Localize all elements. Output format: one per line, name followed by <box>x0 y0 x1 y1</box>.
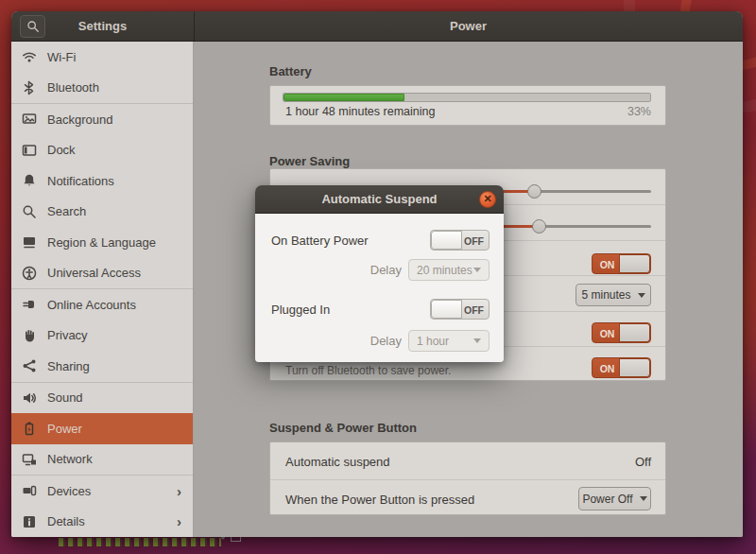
bluetooth-power-toggle[interactable]: ON <box>592 357 651 378</box>
automatic-suspend-value[interactable]: Off <box>635 455 651 469</box>
plugged-delay-dropdown[interactable]: 1 hour <box>408 330 490 352</box>
sidebar-item-label: Region & Language <box>47 235 183 250</box>
chevron-down-icon <box>638 293 645 298</box>
sidebar-item-label: Online Accounts <box>47 298 183 312</box>
devices-icon <box>22 483 37 498</box>
sidebar-item-label: Universal Access <box>47 266 183 280</box>
toggle-state-label: OFF <box>460 300 488 320</box>
bell-icon <box>22 173 37 188</box>
sidebar-item-sharing[interactable]: Sharing <box>11 351 193 382</box>
chevron-down-icon <box>640 496 647 501</box>
plugged-delay-label: Delay <box>354 334 402 348</box>
toggle-knob <box>431 300 462 319</box>
battery-icon <box>22 421 37 436</box>
sidebar-item-label: Devices <box>47 484 177 498</box>
sidebar-item-bluetooth[interactable]: Bluetooth <box>11 73 193 104</box>
chevron-right-icon: › <box>177 483 181 499</box>
toggle-knob <box>431 231 462 250</box>
online-accounts-icon <box>22 297 37 312</box>
dialog-body: On Battery Power OFF Delay 20 minutes Pl… <box>255 214 504 362</box>
battery-progress-fill <box>284 94 404 101</box>
close-icon: ✕ <box>483 194 491 204</box>
battery-percent-label: 33% <box>627 105 651 118</box>
network-icon <box>22 452 37 467</box>
chevron-right-icon: › <box>177 513 181 529</box>
sidebar-item-label: Bluetooth <box>47 80 183 95</box>
sidebar-item-sound[interactable]: Sound <box>11 383 193 414</box>
sidebar-item-devices[interactable]: Devices › <box>11 476 193 507</box>
sidebar-item-notifications[interactable]: Notifications <box>11 165 193 197</box>
dialog-title: Automatic Suspend <box>255 185 504 214</box>
automatic-suspend-dialog: Automatic Suspend ✕ On Battery Power OFF… <box>255 185 504 362</box>
bluetooth-hint: Turn off Bluetooth to save power. <box>285 364 451 377</box>
share-icon <box>22 358 37 373</box>
sidebar-item-label: Sound <box>47 390 183 405</box>
sidebar-item-label: Wi-Fi <box>47 50 183 64</box>
battery-delay-dropdown[interactable]: 20 minutes <box>408 259 490 281</box>
sidebar-item-online-accounts[interactable]: Online Accounts <box>11 289 193 320</box>
battery-section-title: Battery <box>269 64 312 78</box>
plugged-in-toggle[interactable]: OFF <box>430 299 490 320</box>
battery-card: 1 hour 48 minutes remaining 33% <box>269 85 666 126</box>
toggle-state-label: OFF <box>460 231 488 251</box>
toggle-knob <box>619 323 650 342</box>
background-text-artifact <box>59 538 221 546</box>
sidebar-item-background[interactable]: Background <box>11 104 193 135</box>
automatic-suspend-label: Automatic suspend <box>285 455 390 469</box>
battery-progress-bar <box>283 93 651 102</box>
suspend-card: Automatic suspend Off When the Power But… <box>269 441 666 515</box>
dropdown-value: 1 hour <box>417 335 473 348</box>
sidebar-item-wifi[interactable]: Wi-Fi <box>11 42 193 73</box>
speaker-icon <box>22 390 37 406</box>
dropdown-value: 20 minutes <box>417 264 473 277</box>
sidebar-item-universal-access[interactable]: Universal Access <box>11 258 193 289</box>
sidebar-item-search[interactable]: Search <box>11 197 193 228</box>
power-saving-section-title: Power Saving <box>269 154 350 168</box>
sidebar-item-region-language[interactable]: Region & Language <box>11 227 193 258</box>
sidebar-item-network[interactable]: Network <box>11 444 193 476</box>
sidebar-item-privacy[interactable]: Privacy <box>11 320 193 352</box>
on-battery-label: On Battery Power <box>271 234 369 248</box>
row-separator <box>270 479 665 480</box>
sidebar-title: Settings <box>11 11 194 42</box>
sidebar-item-label: Dock <box>47 143 183 157</box>
sidebar-item-label: Background <box>47 113 183 127</box>
toggle-knob <box>619 358 650 377</box>
sidebar-item-power[interactable]: Power <box>11 413 193 444</box>
flag-icon <box>22 234 37 250</box>
power-button-dropdown[interactable]: Power Off <box>578 487 651 511</box>
dim-screen-toggle[interactable]: ON <box>592 253 651 274</box>
slider-knob[interactable] <box>527 184 541 199</box>
blank-screen-dropdown[interactable]: 5 minutes <box>576 284 651 306</box>
suspend-section-title: Suspend & Power Button <box>269 421 417 435</box>
sidebar-item-label: Power <box>47 422 183 436</box>
toggle-state-label: ON <box>593 358 621 379</box>
dropdown-value: Power Off <box>582 493 632 506</box>
dialog-titlebar[interactable]: Automatic Suspend ✕ <box>255 185 504 214</box>
dropdown-value: 5 minutes <box>581 288 630 302</box>
bluetooth-icon <box>22 80 37 95</box>
slider-knob[interactable] <box>532 219 546 234</box>
toggle-state-label: ON <box>593 323 621 344</box>
info-icon <box>22 514 37 529</box>
sidebar-item-dock[interactable]: Dock <box>11 135 193 166</box>
sidebar-item-details[interactable]: Details › <box>11 507 193 538</box>
sidebar-item-label: Sharing <box>47 359 183 373</box>
accessibility-icon <box>22 266 37 281</box>
close-button[interactable]: ✕ <box>479 191 496 208</box>
background-icon <box>22 112 37 127</box>
hand-icon <box>22 328 37 343</box>
dock-icon <box>22 143 37 158</box>
sidebar-item-label: Details <box>47 514 177 528</box>
battery-remaining-label: 1 hour 48 minutes remaining <box>285 105 435 118</box>
chevron-down-icon <box>473 338 481 343</box>
magnifier-icon <box>22 204 37 219</box>
on-battery-toggle[interactable]: OFF <box>430 230 490 251</box>
toggle-knob <box>619 254 650 273</box>
desktop: { "window": { "header": { "sidebar_title… <box>0 0 756 554</box>
headerbar[interactable]: Settings Power <box>11 11 743 42</box>
sidebar: Wi-Fi Bluetooth Background Dock Notific <box>11 42 194 537</box>
sidebar-item-label: Privacy <box>47 328 183 342</box>
plugged-in-label: Plugged In <box>271 303 330 317</box>
wifi-power-toggle[interactable]: ON <box>592 322 651 343</box>
